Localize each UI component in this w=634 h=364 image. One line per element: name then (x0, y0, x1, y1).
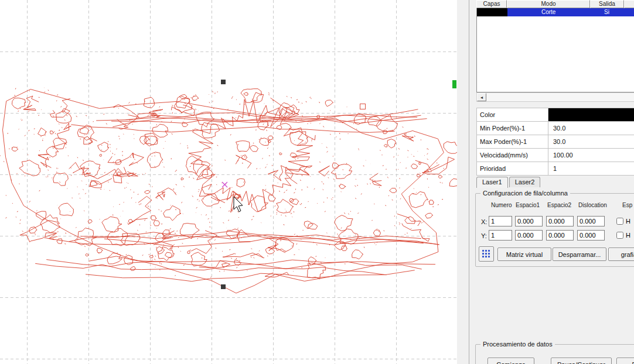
prop-row-min-poder: Min Poder(%)-1 30.0 (477, 122, 634, 135)
y-dislocation-input[interactable] (577, 230, 605, 241)
prop-row-max-poder: Max Poder(%)-1 30.0 (477, 135, 634, 149)
prop-value[interactable]: 1 (548, 162, 634, 176)
tab-laser2[interactable]: Laser2 (509, 177, 541, 187)
right-panel: Capas Modo Salida E Corte Si ◄ Color Min… (469, 0, 634, 364)
x-h-label: H (626, 218, 630, 225)
x-espacio2-input[interactable] (546, 216, 574, 226)
x-h-checkbox[interactable] (616, 218, 623, 225)
laser-tabs: Laser1 Laser2 (476, 177, 541, 188)
x-dislocation-input[interactable] (577, 216, 605, 226)
layer-properties: Color Min Poder(%)-1 30.0 Max Poder(%)-1… (476, 108, 634, 176)
prop-value[interactable]: 30.0 (548, 135, 634, 149)
layers-list[interactable]: Corte Si (476, 8, 634, 92)
x-espacio1-input[interactable] (515, 216, 543, 226)
data-processing-group: Procesamiento de datos Comienzo Pausa/Co… (475, 344, 634, 364)
prop-label: Velocidad(mm/s) (477, 149, 548, 162)
matriz-virtual-button[interactable]: Matriz virtual (497, 248, 551, 261)
matrix-grid-button[interactable] (479, 246, 494, 262)
prop-label: Color (477, 108, 548, 122)
engraving-canvas[interactable] (0, 0, 457, 364)
prop-label: Max Poder(%)-1 (477, 135, 548, 149)
axis-y-label: Y: (481, 232, 487, 239)
col-header-salida[interactable]: Salida (590, 0, 624, 8)
scroll-left-icon[interactable]: ◄ (477, 93, 486, 101)
layer-e-cell[interactable] (623, 8, 634, 16)
x-numero-input[interactable] (489, 216, 512, 226)
prop-value[interactable]: 100.00 (548, 149, 634, 162)
group-title: Configuracion de fila/columna (480, 190, 570, 197)
datos-button[interactable]: Dat (616, 358, 634, 364)
layer-salida-cell[interactable]: Si (590, 8, 624, 16)
drawing-area[interactable] (0, 0, 457, 364)
grafia-button[interactable]: grafia a (608, 248, 634, 261)
color-value-swatch[interactable] (548, 108, 634, 122)
grid-matrix-icon (482, 250, 490, 258)
prop-row-velocidad: Velocidad(mm/s) 100.00 (477, 149, 634, 162)
axis-x-label: X: (481, 218, 487, 225)
layers-hscrollbar[interactable]: ◄ (476, 92, 634, 102)
prop-row-prioridad: Prioridad 1 (477, 162, 634, 176)
colhdr-esp: Esp (622, 202, 632, 208)
comienzo-button[interactable]: Comienzo (488, 358, 534, 364)
colhdr-numero: Numero (491, 202, 512, 208)
y-espacio2-input[interactable] (546, 230, 574, 241)
tab-laser1[interactable]: Laser1 (476, 177, 508, 188)
colhdr-dislocation: Dislocation (578, 202, 607, 208)
col-header-modo[interactable]: Modo (507, 0, 590, 8)
pausa-continuar-button[interactable]: Pausa/Continuar (551, 358, 612, 364)
colhdr-espacio2: Espacio2 (547, 202, 571, 208)
prop-value[interactable]: 30.0 (548, 122, 634, 135)
y-h-checkbox[interactable] (616, 232, 623, 239)
colhdr-espacio1: Espacio1 (516, 202, 540, 208)
y-h-label: H (626, 232, 630, 239)
prop-row-color: Color (477, 108, 634, 122)
group-title: Procesamiento de datos (480, 341, 555, 348)
col-header-e[interactable]: E (624, 0, 634, 8)
layers-table: Capas Modo Salida E Corte Si (476, 0, 634, 92)
layer-modo-cell[interactable]: Corte (507, 8, 590, 16)
prop-label: Prioridad (477, 162, 548, 176)
scroll-track[interactable] (486, 93, 634, 101)
y-espacio1-input[interactable] (515, 230, 543, 241)
rowcol-config-group: Configuracion de fila/columna Numero Esp… (475, 193, 634, 267)
desparramar-button[interactable]: Desparramar... (553, 248, 606, 261)
prop-label: Min Poder(%)-1 (477, 122, 548, 135)
layer-color-swatch[interactable] (477, 8, 507, 16)
layers-table-header: Capas Modo Salida E (476, 0, 634, 8)
layer-row[interactable]: Corte Si (477, 8, 634, 16)
col-header-capas[interactable]: Capas (476, 0, 507, 8)
y-numero-input[interactable] (489, 230, 512, 241)
